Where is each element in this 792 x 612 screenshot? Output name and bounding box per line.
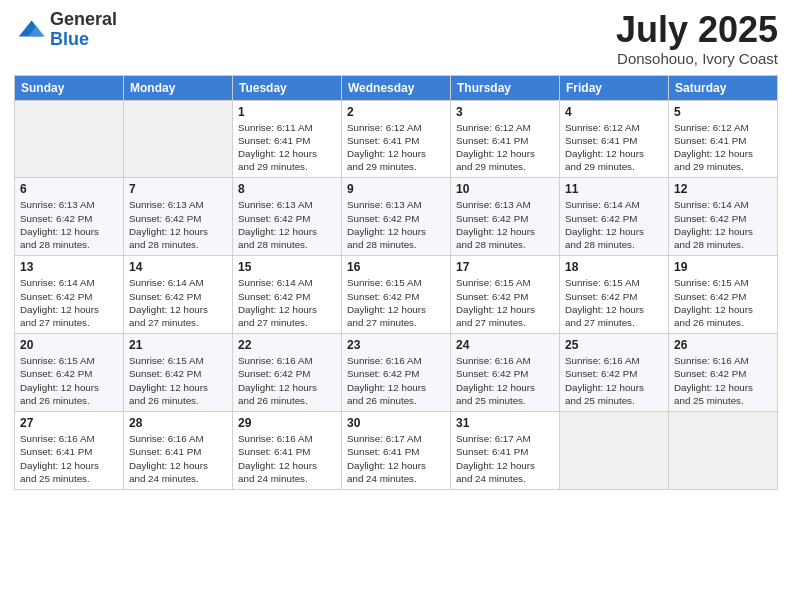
calendar-cell: 14Sunrise: 6:14 AMSunset: 6:42 PMDayligh… [124,256,233,334]
day-number: 10 [456,182,554,196]
calendar-cell: 7Sunrise: 6:13 AMSunset: 6:42 PMDaylight… [124,178,233,256]
calendar-cell: 13Sunrise: 6:14 AMSunset: 6:42 PMDayligh… [15,256,124,334]
day-info: Sunrise: 6:14 AMSunset: 6:42 PMDaylight:… [20,276,118,329]
calendar-cell [124,100,233,178]
calendar-cell: 25Sunrise: 6:16 AMSunset: 6:42 PMDayligh… [560,334,669,412]
day-number: 6 [20,182,118,196]
calendar-cell: 17Sunrise: 6:15 AMSunset: 6:42 PMDayligh… [451,256,560,334]
day-number: 19 [674,260,772,274]
day-number: 20 [20,338,118,352]
day-info: Sunrise: 6:13 AMSunset: 6:42 PMDaylight:… [129,198,227,251]
day-info: Sunrise: 6:14 AMSunset: 6:42 PMDaylight:… [129,276,227,329]
day-number: 2 [347,105,445,119]
calendar-cell: 28Sunrise: 6:16 AMSunset: 6:41 PMDayligh… [124,412,233,490]
calendar-cell [669,412,778,490]
calendar-week-row: 27Sunrise: 6:16 AMSunset: 6:41 PMDayligh… [15,412,778,490]
calendar-title: July 2025 [616,10,778,50]
weekday-header-tuesday: Tuesday [233,75,342,100]
day-number: 29 [238,416,336,430]
calendar-cell: 5Sunrise: 6:12 AMSunset: 6:41 PMDaylight… [669,100,778,178]
logo: General Blue [14,10,117,50]
day-info: Sunrise: 6:15 AMSunset: 6:42 PMDaylight:… [456,276,554,329]
day-number: 5 [674,105,772,119]
calendar-cell: 21Sunrise: 6:15 AMSunset: 6:42 PMDayligh… [124,334,233,412]
calendar-cell: 11Sunrise: 6:14 AMSunset: 6:42 PMDayligh… [560,178,669,256]
day-number: 27 [20,416,118,430]
day-info: Sunrise: 6:11 AMSunset: 6:41 PMDaylight:… [238,121,336,174]
weekday-header-friday: Friday [560,75,669,100]
day-number: 1 [238,105,336,119]
calendar-cell: 22Sunrise: 6:16 AMSunset: 6:42 PMDayligh… [233,334,342,412]
day-info: Sunrise: 6:15 AMSunset: 6:42 PMDaylight:… [20,354,118,407]
day-number: 8 [238,182,336,196]
day-number: 30 [347,416,445,430]
day-number: 23 [347,338,445,352]
calendar-subtitle: Donsohouo, Ivory Coast [616,50,778,67]
day-info: Sunrise: 6:13 AMSunset: 6:42 PMDaylight:… [238,198,336,251]
weekday-header-saturday: Saturday [669,75,778,100]
logo-blue: Blue [50,29,89,49]
day-info: Sunrise: 6:12 AMSunset: 6:41 PMDaylight:… [347,121,445,174]
calendar-table: SundayMondayTuesdayWednesdayThursdayFrid… [14,75,778,490]
logo-icon [14,14,46,46]
calendar-week-row: 6Sunrise: 6:13 AMSunset: 6:42 PMDaylight… [15,178,778,256]
day-info: Sunrise: 6:16 AMSunset: 6:42 PMDaylight:… [674,354,772,407]
calendar-cell [560,412,669,490]
calendar-cell: 4Sunrise: 6:12 AMSunset: 6:41 PMDaylight… [560,100,669,178]
day-info: Sunrise: 6:16 AMSunset: 6:41 PMDaylight:… [238,432,336,485]
calendar-cell: 29Sunrise: 6:16 AMSunset: 6:41 PMDayligh… [233,412,342,490]
header: General Blue July 2025 Donsohouo, Ivory … [14,10,778,67]
day-number: 11 [565,182,663,196]
calendar-week-row: 13Sunrise: 6:14 AMSunset: 6:42 PMDayligh… [15,256,778,334]
day-info: Sunrise: 6:16 AMSunset: 6:42 PMDaylight:… [565,354,663,407]
calendar-week-row: 20Sunrise: 6:15 AMSunset: 6:42 PMDayligh… [15,334,778,412]
day-number: 4 [565,105,663,119]
day-info: Sunrise: 6:13 AMSunset: 6:42 PMDaylight:… [456,198,554,251]
day-info: Sunrise: 6:14 AMSunset: 6:42 PMDaylight:… [238,276,336,329]
day-number: 15 [238,260,336,274]
title-block: July 2025 Donsohouo, Ivory Coast [616,10,778,67]
calendar-cell: 9Sunrise: 6:13 AMSunset: 6:42 PMDaylight… [342,178,451,256]
logo-general: General [50,9,117,29]
calendar-cell: 15Sunrise: 6:14 AMSunset: 6:42 PMDayligh… [233,256,342,334]
calendar-cell: 19Sunrise: 6:15 AMSunset: 6:42 PMDayligh… [669,256,778,334]
weekday-header-sunday: Sunday [15,75,124,100]
weekday-header-row: SundayMondayTuesdayWednesdayThursdayFrid… [15,75,778,100]
day-number: 22 [238,338,336,352]
day-number: 17 [456,260,554,274]
calendar-cell: 26Sunrise: 6:16 AMSunset: 6:42 PMDayligh… [669,334,778,412]
day-number: 9 [347,182,445,196]
day-info: Sunrise: 6:15 AMSunset: 6:42 PMDaylight:… [565,276,663,329]
calendar-cell: 12Sunrise: 6:14 AMSunset: 6:42 PMDayligh… [669,178,778,256]
calendar-cell: 27Sunrise: 6:16 AMSunset: 6:41 PMDayligh… [15,412,124,490]
day-number: 21 [129,338,227,352]
day-info: Sunrise: 6:17 AMSunset: 6:41 PMDaylight:… [347,432,445,485]
weekday-header-wednesday: Wednesday [342,75,451,100]
day-info: Sunrise: 6:14 AMSunset: 6:42 PMDaylight:… [674,198,772,251]
logo-text: General Blue [50,10,117,50]
day-number: 25 [565,338,663,352]
day-info: Sunrise: 6:14 AMSunset: 6:42 PMDaylight:… [565,198,663,251]
day-info: Sunrise: 6:16 AMSunset: 6:41 PMDaylight:… [129,432,227,485]
calendar-cell [15,100,124,178]
page: General Blue July 2025 Donsohouo, Ivory … [0,0,792,612]
calendar-cell: 30Sunrise: 6:17 AMSunset: 6:41 PMDayligh… [342,412,451,490]
day-number: 16 [347,260,445,274]
calendar-cell: 20Sunrise: 6:15 AMSunset: 6:42 PMDayligh… [15,334,124,412]
calendar-cell: 3Sunrise: 6:12 AMSunset: 6:41 PMDaylight… [451,100,560,178]
day-number: 31 [456,416,554,430]
day-info: Sunrise: 6:16 AMSunset: 6:42 PMDaylight:… [347,354,445,407]
weekday-header-monday: Monday [124,75,233,100]
day-info: Sunrise: 6:16 AMSunset: 6:41 PMDaylight:… [20,432,118,485]
calendar-week-row: 1Sunrise: 6:11 AMSunset: 6:41 PMDaylight… [15,100,778,178]
calendar-cell: 18Sunrise: 6:15 AMSunset: 6:42 PMDayligh… [560,256,669,334]
day-info: Sunrise: 6:15 AMSunset: 6:42 PMDaylight:… [347,276,445,329]
day-info: Sunrise: 6:16 AMSunset: 6:42 PMDaylight:… [456,354,554,407]
day-info: Sunrise: 6:15 AMSunset: 6:42 PMDaylight:… [674,276,772,329]
day-info: Sunrise: 6:15 AMSunset: 6:42 PMDaylight:… [129,354,227,407]
calendar-cell: 31Sunrise: 6:17 AMSunset: 6:41 PMDayligh… [451,412,560,490]
day-info: Sunrise: 6:13 AMSunset: 6:42 PMDaylight:… [20,198,118,251]
day-info: Sunrise: 6:13 AMSunset: 6:42 PMDaylight:… [347,198,445,251]
calendar-cell: 23Sunrise: 6:16 AMSunset: 6:42 PMDayligh… [342,334,451,412]
calendar-cell: 6Sunrise: 6:13 AMSunset: 6:42 PMDaylight… [15,178,124,256]
